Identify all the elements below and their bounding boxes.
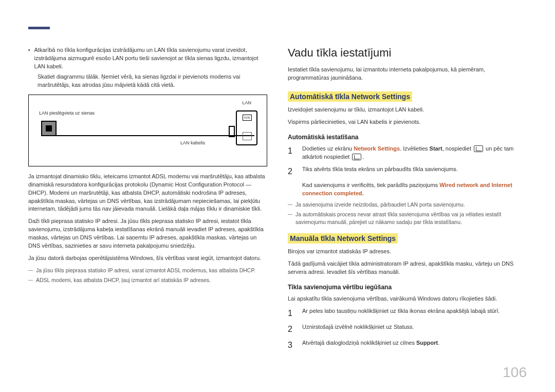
text: Atvērtajā dialoglodziņā noklikšķiniet uz… [302,340,416,346]
heading-manual-network: Manuāla tīkla Network Settings [288,233,398,244]
note-text: Ja jūsu tīkls pieprasa statisko IP adres… [36,267,255,274]
paragraph-windows-note: Ja jūsu datorā darbojas operētājsistēma … [28,254,267,263]
cable-plug-icon [229,126,235,137]
text: , nospiediet [442,145,473,152]
lan-connection-diagram: LAN LAN pieslēgvieta uz sienas LAN kabel… [28,95,267,166]
text-accent: Network Settings [354,145,400,152]
manual-step-2: 2 Uznirstošajā izvēlnē noklikšķiniet uz … [288,323,527,335]
text: . Izvēlieties [400,145,429,152]
auto-p1: Izveidojiet savienojumu ar tīklu, izmant… [288,106,527,114]
auto-p2: Vispirms pārliecinieties, vai LAN kabeli… [288,118,527,126]
step-body: Atvērtajā dialoglodziņā noklikšķiniet uz… [302,339,527,351]
note-text: Ja savienojuma izveide neizdodas, pārbau… [295,201,465,209]
step-body: Dodieties uz ekrānu Network Settings. Iz… [302,145,527,161]
subheading-get-values: Tīkla savienojuma vērtību iegūšana [288,284,527,291]
left-column: Atkarībā no tīkla konfigurācijas izstrād… [28,46,267,356]
cable-line [57,135,254,136]
wall-plate-icon [41,121,57,136]
bullet-text: Atkarībā no tīkla konfigurācijas izstrād… [34,46,267,71]
two-column-layout: Atkarībā no tīkla konfigurācijas izstrād… [28,46,527,356]
note-connection-fail: Ja savienojuma izveide neizdodas, pārbau… [288,201,527,209]
device-icon: RJ45 [236,110,257,145]
step-number: 2 [288,165,295,177]
step-number: 1 [288,307,295,319]
step-number: 3 [288,339,295,351]
text: . [362,154,364,160]
page-number: 106 [503,364,527,381]
subheading-auto-setup: Automātiskā iestatīšana [288,134,527,141]
text: . [438,340,439,346]
enter-key-icon [352,154,361,160]
auto-step-2: 2 Tiks atvērts tīkla testa ekrāns un pār… [288,165,527,177]
note-adsl-dhcp: Ja jūsu tīkls pieprasa statisko IP adres… [28,267,267,274]
heading-auto-network: Automātiskā tīkla Network Settings [288,91,412,102]
text: Kad savienojums ir verificēts, tiek parā… [302,182,439,188]
enter-key-icon [474,145,483,152]
right-column: Vadu tīkla iestatījumi Iestatiet tīkla s… [288,46,527,356]
text-bold: Start [430,145,442,152]
diagram-lan-label: LAN [242,100,251,105]
step-number: 2 [288,323,295,335]
step-body: Tiks atvērts tīkla testa ekrāns un pārba… [302,165,527,177]
step-number: 1 [288,145,295,161]
text-bold: Support [416,340,438,346]
auto-step-1: 1 Dodieties uz ekrānu Network Settings. … [288,145,527,161]
page-title: Vadu tīkla iestatījumi [288,46,527,60]
diagram-wall-label: LAN pieslēgvieta uz sienas [39,110,95,116]
manual-p2: Tādā gadījumā vaicājiet tīkla administra… [288,260,527,276]
note-manual-fallback: Ja automātiskais process nevar atrast tī… [288,211,527,226]
header-accent-bar [28,27,50,29]
text: Dodieties uz ekrānu [302,145,354,152]
note-text: Ja automātiskais process nevar atrast tī… [295,211,527,226]
rj45-port-label: RJ45 [243,115,252,121]
manual-intro: Lai apskatītu tīkla savienojuma vērtības… [288,295,527,303]
intro-paragraph: Iestatiet tīkla savienojumu, lai izmanto… [288,66,527,82]
step-body: Ar peles labo taustiņu noklikšķiniet uz … [302,307,527,319]
manual-p1: Birojos var izmantot statiskās IP adrese… [288,248,527,256]
bullet-lan-config: Atkarībā no tīkla konfigurācijas izstrād… [28,46,267,71]
note-text: ADSL modemi, kas atbalsta DHCP, ļauj izm… [36,276,211,284]
bullet-sub-diagram-note: Skatiet diagrammu tālāk. Ņemiet vērā, ka… [38,73,267,89]
step2-result: Kad savienojums ir verificēts, tiek parā… [302,181,527,198]
paragraph-static-ip: Daži tīkli pieprasa statisko IP adresi. … [28,217,267,250]
manual-step-3: 3 Atvērtajā dialoglodziņā noklikšķiniet … [288,339,527,351]
note-adsl-static: ADSL modemi, kas atbalsta DHCP, ļauj izm… [28,276,267,284]
diagram-cable-label: LAN kabelis [180,140,205,145]
home-icon [243,132,252,140]
paragraph-dhcp-info: Ja izmantojat dinamisko tīklu, ieteicams… [28,173,267,214]
step-body: Uznirstošajā izvēlnē noklikšķiniet uz St… [302,323,527,335]
manual-step-1: 1 Ar peles labo taustiņu noklikšķiniet u… [288,307,527,319]
